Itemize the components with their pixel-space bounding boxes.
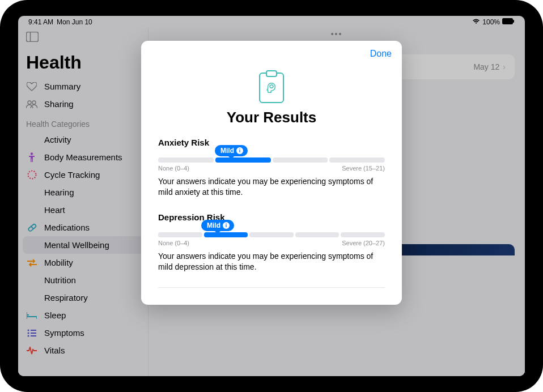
depression-high-label: Severe (20–27) [342, 240, 385, 246]
results-icon [158, 73, 385, 103]
depression-slider: Mild i None (0–4) Severe (20–27) [158, 232, 385, 246]
depression-desc: Your answers indicate you may be experie… [158, 251, 385, 272]
depression-low-label: None (0–4) [158, 240, 189, 246]
results-modal: Done Your Results Anxiety Risk Mild i [141, 41, 402, 305]
slider-segment [295, 232, 340, 237]
anxiety-label: Anxiety Risk [158, 138, 385, 147]
slider-segment [341, 232, 385, 237]
badge-text: Mild [220, 147, 234, 155]
depression-badge[interactable]: Mild i [201, 220, 234, 231]
depression-result: Depression Risk Mild i None (0–4) Severe… [158, 212, 385, 272]
anxiety-slider: Mild i None (0–4) Severe (15–21) [158, 157, 385, 172]
anxiety-badge[interactable]: Mild i [215, 145, 248, 156]
slider-segment [273, 157, 328, 163]
slider-segment [329, 157, 385, 163]
slider-segment [215, 157, 271, 163]
depression-label: Depression Risk [158, 212, 385, 222]
modal-overlay: Done Your Results Anxiety Risk Mild i [18, 16, 525, 376]
anxiety-low-label: None (0–4) [158, 165, 189, 172]
slider-segment [249, 232, 294, 237]
info-icon: i [223, 222, 230, 229]
done-button[interactable]: Done [370, 49, 392, 59]
badge-text: Mild [207, 221, 220, 229]
divider [158, 287, 385, 288]
info-icon: i [236, 147, 243, 154]
ipad-device-frame: 9:41 AM Mon Jun 10 100% H [0, 0, 543, 392]
anxiety-high-label: Severe (15–21) [342, 165, 385, 172]
anxiety-result: Anxiety Risk Mild i None (0–4) Severe (1… [158, 138, 385, 198]
modal-title: Your Results [158, 109, 385, 126]
slider-segment [158, 157, 214, 163]
screen: 9:41 AM Mon Jun 10 100% H [18, 16, 525, 376]
anxiety-desc: Your answers indicate you may be experie… [158, 176, 385, 198]
slider-segment [158, 232, 202, 237]
slider-segment [204, 232, 248, 237]
